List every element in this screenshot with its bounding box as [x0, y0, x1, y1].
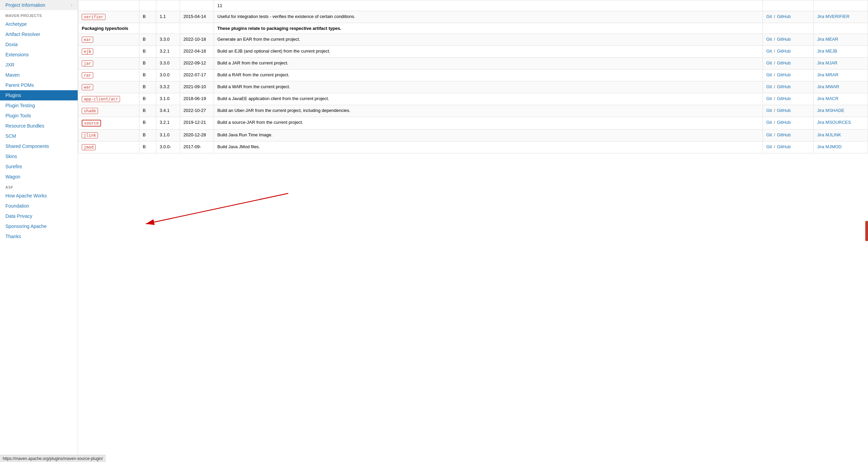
cell-description: Build Java Run Time Image.	[214, 130, 763, 141]
sidebar-item-parent-poms[interactable]: Parent POMs	[0, 80, 78, 90]
github-link[interactable]: GitHub	[777, 96, 790, 101]
cell-plugin	[78, 0, 139, 11]
sidebar-item-wagon[interactable]: Wagon	[0, 172, 78, 182]
jira-link[interactable]: Jira MWAR	[817, 84, 839, 89]
sidebar-item-surefire[interactable]: Surefire	[0, 161, 78, 172]
sidebar-item-plugins[interactable]: Plugins	[0, 90, 78, 100]
sidebar-item-data-privacy[interactable]: Data Privacy	[0, 211, 78, 221]
link-divider: /	[774, 132, 776, 137]
plugin-badge[interactable]: app-client/acr	[82, 96, 120, 102]
sidebar-item-resource-bundles[interactable]: Resource Bundles	[0, 121, 78, 131]
git-link[interactable]: Git	[766, 144, 772, 149]
cell-date: 2022-10-18	[180, 34, 214, 46]
jira-link[interactable]: Jira MRAR	[817, 72, 839, 77]
plugin-badge[interactable]: jar	[82, 60, 93, 66]
table-row: source B 3.2.1 2019-12-21 Build a source…	[78, 117, 868, 130]
git-link[interactable]: Git	[766, 60, 772, 65]
cell-issues: Jira MVERIFIER	[814, 11, 868, 23]
git-link[interactable]: Git	[766, 96, 772, 101]
jira-link[interactable]: Jira MJAR	[817, 60, 837, 65]
plugin-badge[interactable]: rar	[82, 72, 93, 78]
cell-type: B	[139, 11, 156, 23]
git-link[interactable]: Git	[766, 49, 772, 54]
cell-issues: Jira MACR	[814, 93, 868, 105]
github-link[interactable]: GitHub	[777, 144, 790, 149]
plugin-badge-source[interactable]: source	[82, 120, 101, 127]
git-link[interactable]: Git	[766, 108, 772, 113]
git-link[interactable]: Git	[766, 132, 772, 137]
cell-type: B	[139, 141, 156, 153]
cell-issues	[814, 0, 868, 11]
plugin-badge[interactable]: jmod	[82, 144, 96, 150]
cell-date: 2022-09-12	[180, 58, 214, 70]
cell-version: 1.1	[156, 11, 180, 23]
cell-type	[139, 0, 156, 11]
plugin-badge[interactable]: jlink	[82, 132, 98, 138]
cell-date: 2021-09-10	[180, 81, 214, 93]
cell-description: Build an EJB (and optional client) from …	[214, 46, 763, 58]
cell-source: Git / GitHub	[763, 93, 814, 105]
github-link[interactable]: GitHub	[777, 37, 790, 42]
jira-link[interactable]: Jira MJMOD	[817, 144, 842, 149]
github-link[interactable]: GitHub	[777, 108, 790, 113]
sidebar-item-scm[interactable]: SCM	[0, 131, 78, 141]
plugin-badge[interactable]: verifier	[82, 14, 105, 20]
github-link[interactable]: GitHub	[777, 84, 790, 89]
sidebar-item-project-information[interactable]: Project Information ›	[0, 0, 78, 10]
sidebar-item-jxr[interactable]: JXR	[0, 60, 78, 70]
sidebar-item-foundation[interactable]: Foundation	[0, 201, 78, 211]
cell-type: B	[139, 130, 156, 141]
plugin-badge[interactable]: ejb	[82, 49, 93, 55]
github-link[interactable]: GitHub	[777, 132, 790, 137]
github-link[interactable]: GitHub	[777, 72, 790, 77]
table-row: war B 3.3.2 2021-09-10 Build a WAR from …	[78, 81, 868, 93]
table-row: ejb B 3.2.1 2022-04-18 Build an EJB (and…	[78, 46, 868, 58]
sidebar-item-doxia[interactable]: Doxia	[0, 39, 78, 50]
github-link[interactable]: GitHub	[777, 49, 790, 54]
git-link[interactable]: Git	[766, 14, 772, 19]
jira-link[interactable]: Jira MSHADE	[817, 108, 844, 113]
chevron-right-icon: ›	[71, 3, 72, 7]
github-link[interactable]: GitHub	[777, 14, 790, 19]
cell-type: B	[139, 105, 156, 117]
scrollbar-indicator[interactable]	[865, 221, 868, 241]
link-divider: /	[774, 120, 776, 125]
sidebar-item-plugin-testing[interactable]: Plugin Testing	[0, 100, 78, 111]
github-link[interactable]: GitHub	[777, 120, 790, 125]
main-content: 11 verifier B 1.1 2015-04-14 Useful for …	[78, 0, 868, 462]
sidebar-item-how-apache-works[interactable]: How Apache Works	[0, 191, 78, 201]
sidebar-item-maven[interactable]: Maven	[0, 70, 78, 80]
git-link[interactable]: Git	[766, 37, 772, 42]
git-link[interactable]: Git	[766, 72, 772, 77]
git-link[interactable]: Git	[766, 120, 772, 125]
cell-issues: Jira MEAR	[814, 34, 868, 46]
cell-description: These plugins relate to packaging respec…	[214, 23, 763, 34]
cell-version: 3.0.0	[156, 70, 180, 81]
section-label: Packaging types/tools	[78, 23, 139, 34]
jira-link[interactable]: Jira MEAR	[817, 37, 838, 42]
table-row: jar B 3.3.0 2022-09-12 Build a JAR from …	[78, 58, 868, 70]
sidebar-item-sponsoring-apache[interactable]: Sponsoring Apache	[0, 221, 78, 231]
sidebar-item-shared-components[interactable]: Shared Components	[0, 141, 78, 151]
sidebar-item-extensions[interactable]: Extensions	[0, 50, 78, 60]
sidebar-item-artifact-resolver[interactable]: Artifact Resolver	[0, 29, 78, 39]
jira-link[interactable]: Jira MVERIFIER	[817, 14, 849, 19]
sidebar-item-thanks[interactable]: Thanks	[0, 231, 78, 242]
git-link[interactable]: Git	[766, 84, 772, 89]
plugin-badge[interactable]: ear	[82, 37, 93, 43]
cell-plugin: war	[78, 81, 139, 93]
jira-link[interactable]: Jira MJLINK	[817, 132, 841, 137]
sidebar-item-skins[interactable]: Skins	[0, 151, 78, 161]
cell-date: 2022-10-27	[180, 105, 214, 117]
jira-link[interactable]: Jira MACR	[817, 96, 839, 101]
table-row: Packaging types/tools These plugins rela…	[78, 23, 868, 34]
jira-link[interactable]: Jira MEJB	[817, 49, 837, 54]
cell-plugin: jmod	[78, 141, 139, 153]
jira-link[interactable]: Jira MSOURCES	[817, 120, 851, 125]
plugin-badge[interactable]: shade	[82, 108, 98, 114]
sidebar-item-archetype[interactable]: Archetype	[0, 19, 78, 29]
cell-issues: Jira MWAR	[814, 81, 868, 93]
sidebar-item-plugin-tools[interactable]: Plugin Tools	[0, 111, 78, 121]
plugin-badge[interactable]: war	[82, 84, 93, 90]
github-link[interactable]: GitHub	[777, 60, 790, 65]
